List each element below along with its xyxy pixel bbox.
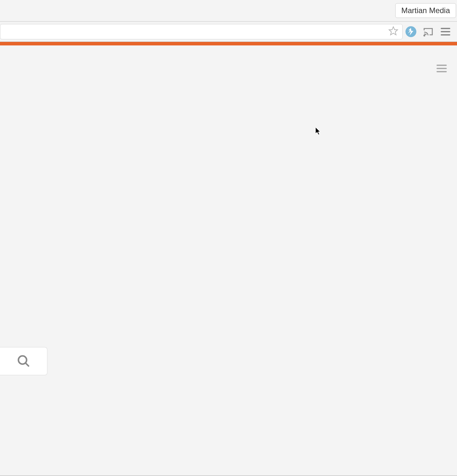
star-icon[interactable] [388,26,398,37]
page-content [0,45,457,476]
cast-button[interactable] [422,26,434,37]
page-menu-button[interactable] [437,65,447,72]
search-icon [17,354,31,368]
window-chrome: Martian Media [0,0,457,21]
svg-point-1 [424,35,425,36]
svg-marker-0 [389,27,398,35]
window-title-button[interactable]: Martian Media [395,3,456,18]
cast-icon [423,26,434,37]
svg-point-2 [18,356,27,364]
browser-toolbar [0,21,457,42]
hamburger-icon [437,65,447,66]
shield-icon [405,26,416,37]
toolbar-icons-group [405,26,457,37]
search-button[interactable] [0,347,47,375]
svg-line-3 [25,363,29,367]
address-bar[interactable] [0,24,403,39]
browser-menu-button[interactable] [440,26,451,37]
page-accent-bar [0,42,457,45]
hamburger-icon [441,28,450,36]
extension-shield-button[interactable] [405,26,417,37]
